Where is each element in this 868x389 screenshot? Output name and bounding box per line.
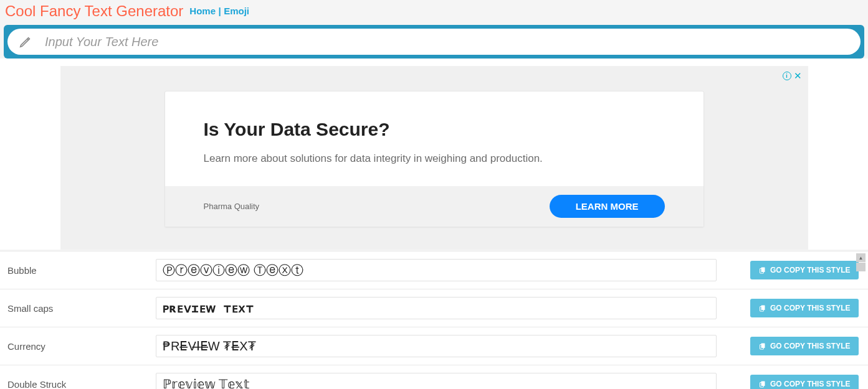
nav-separator: | [219,6,221,16]
input-bar-container [4,25,864,59]
ad-description: Learn more about solutions for data inte… [204,152,665,165]
copy-style-button[interactable]: GO COPY THIS STYLE [750,299,859,317]
ad-close-icon[interactable]: ✕ [794,71,802,80]
header: Cool Fancy Text Generator Home | Emoji [0,0,868,22]
style-preview[interactable]: ₱RE̶VI̶E̶W ₮E̶X₮ [156,335,717,357]
ad-brand: Pharma Quality [204,202,260,211]
copy-label: GO COPY THIS STYLE [770,380,850,388]
scroll-thumb[interactable] [856,263,866,271]
copy-label: GO COPY THIS STYLE [770,266,850,274]
scroll-up-icon[interactable]: ▲ [856,253,866,262]
ad-container: i ✕ Is Your Data Secure? Learn more abou… [60,66,808,250]
copy-label: GO COPY THIS STYLE [770,304,850,312]
copy-icon [759,380,766,388]
ad-learn-more-button[interactable]: LEARN MORE [550,195,665,218]
text-input[interactable] [45,35,849,49]
svg-rect-6 [761,382,765,387]
ad-footer: Pharma Quality LEARN MORE [165,186,703,227]
copy-style-button[interactable]: GO COPY THIS STYLE [750,375,859,389]
styles-list: ▲ Bubble Ⓟⓡⓔⓥⓘⓔⓦ Ⓣⓔⓧⓣ GO COPY THIS STYLE… [0,251,868,389]
style-row-currency: Currency ₱RE̶VI̶E̶W ₮E̶X₮ GO COPY THIS S… [0,327,868,365]
style-preview[interactable]: ℙ𝕣𝕖𝕧𝕚𝕖𝕨 𝕋𝕖𝕩𝕥 [156,373,717,389]
input-bar [7,29,861,55]
copy-icon [759,304,766,312]
copy-icon [759,266,766,274]
nav-emoji-link[interactable]: Emoji [224,6,249,16]
ad-controls: i ✕ [783,71,802,80]
copy-icon [759,342,766,350]
style-label: Small caps [7,303,143,314]
style-preview[interactable]: ᴘʀᴇᴠɪᴇᴡ ᴛᴇxᴛ [156,297,717,319]
style-preview[interactable]: Ⓟⓡⓔⓥⓘⓔⓦ Ⓣⓔⓧⓣ [156,259,717,281]
pencil-icon [19,35,32,49]
ad-area: i ✕ Is Your Data Secure? Learn more abou… [0,59,868,250]
copy-style-button[interactable]: GO COPY THIS STYLE [750,337,859,355]
ad-headline: Is Your Data Secure? [204,119,665,140]
copy-label: GO COPY THIS STYLE [770,342,850,350]
svg-rect-2 [761,306,765,311]
site-title: Cool Fancy Text Generator [5,2,183,20]
style-label: Double Struck [7,379,143,390]
svg-rect-4 [761,344,765,349]
copy-style-button[interactable]: GO COPY THIS STYLE [750,261,859,279]
ad-body: Is Your Data Secure? Learn more about so… [165,91,703,186]
style-row-doublestruck: Double Struck ℙ𝕣𝕖𝕧𝕚𝕖𝕨 𝕋𝕖𝕩𝕥 GO COPY THIS … [0,365,868,389]
scrollbar[interactable]: ▲ [856,253,866,271]
style-row-smallcaps: Small caps ᴘʀᴇᴠɪᴇᴡ ᴛᴇxᴛ GO COPY THIS STY… [0,289,868,327]
ad-card[interactable]: Is Your Data Secure? Learn more about so… [165,91,704,227]
svg-rect-0 [761,268,765,273]
nav-home-link[interactable]: Home [189,6,216,16]
style-label: Bubble [7,265,143,276]
style-label: Currency [7,341,143,352]
style-row-bubble: Bubble Ⓟⓡⓔⓥⓘⓔⓦ Ⓣⓔⓧⓣ GO COPY THIS STYLE [0,251,868,289]
ad-info-icon[interactable]: i [783,72,791,80]
